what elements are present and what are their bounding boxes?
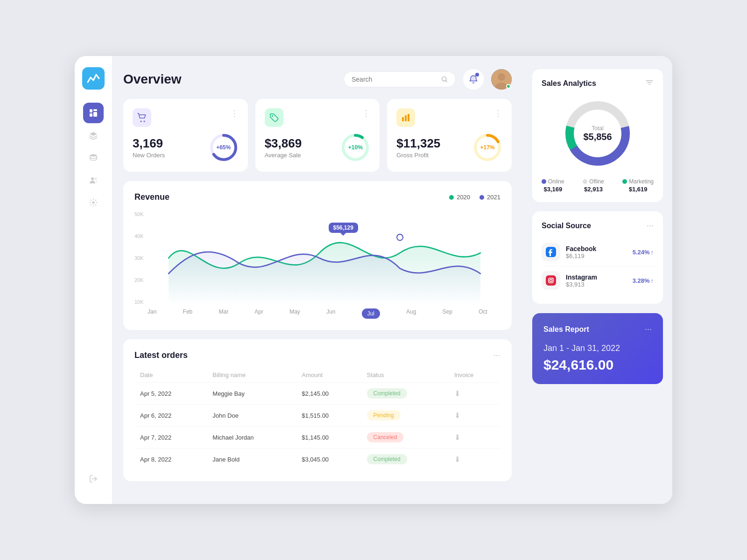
- new-orders-value: 3,169: [133, 136, 165, 151]
- table-row: Apr 6, 2022 John Doe $1,515.00 Pending ⬇: [134, 405, 500, 427]
- sidebar-item-layers[interactable]: [83, 125, 104, 146]
- stat-menu-avg-sale[interactable]: ⋮: [362, 108, 370, 119]
- donut-center: Total $5,856: [583, 125, 612, 142]
- stat-card-gross-profit: ⋮ $11,325 Gross Profit +17%: [387, 99, 512, 172]
- svg-rect-1: [90, 109, 92, 112]
- orders-menu[interactable]: ···: [493, 350, 500, 360]
- instagram-stat: 3.28% ↑: [633, 277, 654, 284]
- instagram-name: Instagram: [566, 273, 627, 281]
- search-bar[interactable]: [344, 71, 456, 87]
- stat-menu-gross-profit[interactable]: ⋮: [494, 108, 502, 119]
- orders-card: Latest orders ··· Date Billing name Amou…: [123, 339, 512, 481]
- stat-card-new-orders: ⋮ 3,169 New Orders +65%: [123, 99, 248, 172]
- stat-menu-new-orders[interactable]: ⋮: [230, 108, 239, 119]
- facebook-amount: $6,119: [566, 252, 627, 259]
- legend-2020: 2020: [449, 194, 470, 201]
- order-invoice[interactable]: ⬇: [449, 405, 500, 427]
- x-label-aug: Aug: [406, 308, 416, 319]
- cart-icon: [133, 108, 151, 127]
- social-source-title: Social Source: [542, 222, 591, 230]
- sidebar-logout[interactable]: [89, 474, 98, 493]
- order-invoice[interactable]: ⬇: [449, 383, 500, 405]
- table-row: Apr 7, 2022 Michael Jordan $1,145.00 Can…: [134, 427, 500, 448]
- col-date: Date: [134, 368, 207, 383]
- x-label-jan: Jan: [148, 308, 156, 319]
- legend-2021: 2021: [479, 194, 500, 201]
- header: Overview: [123, 69, 512, 90]
- search-icon: [441, 76, 448, 83]
- new-orders-percent: +65%: [216, 144, 231, 151]
- donut-total-label: Total: [583, 125, 612, 132]
- order-date: Apr 5, 2022: [134, 383, 207, 405]
- order-status: Completed: [361, 448, 449, 470]
- social-source-menu[interactable]: ···: [647, 221, 654, 231]
- svg-rect-0: [82, 67, 105, 90]
- sales-report-card: Sales Report ··· Jan 1 - Jan 31, 2022 $2…: [532, 313, 663, 384]
- order-invoice[interactable]: ⬇: [449, 448, 500, 470]
- svg-point-6: [91, 177, 94, 180]
- sidebar-item-dashboard[interactable]: [83, 103, 104, 123]
- online-badge: [506, 84, 511, 89]
- sales-analytics-filter[interactable]: [645, 78, 654, 89]
- revenue-chart-title: Revenue: [134, 192, 169, 202]
- svg-rect-21: [405, 115, 407, 121]
- gross-profit-value: $11,325: [396, 136, 440, 151]
- facebook-icon: [542, 243, 560, 261]
- sales-analytics-title: Sales Analytics: [542, 79, 596, 88]
- revenue-chart-card: Revenue 2020 2021 50K 40K 30K: [123, 181, 512, 330]
- notification-button[interactable]: [463, 69, 484, 90]
- x-label-jul[interactable]: Jul: [362, 308, 380, 319]
- orders-title: Latest orders: [134, 350, 188, 360]
- user-avatar[interactable]: [491, 69, 512, 90]
- sidebar-nav: [83, 103, 104, 470]
- order-status: Pending: [361, 405, 449, 427]
- sidebar-item-settings[interactable]: [83, 192, 104, 213]
- svg-rect-3: [93, 109, 97, 111]
- order-amount: $2,145.00: [296, 383, 361, 405]
- status-badge: Pending: [367, 410, 401, 420]
- col-status: Status: [361, 368, 449, 383]
- status-badge: Canceled: [367, 432, 404, 442]
- svg-point-33: [553, 278, 554, 279]
- donut-chart-area: Total $5,856: [542, 96, 654, 171]
- sidebar: [75, 56, 112, 504]
- gross-profit-label: Gross Profit: [396, 152, 440, 159]
- col-amount: Amount: [296, 368, 361, 383]
- chart-tooltip: $56,129: [329, 223, 358, 233]
- sidebar-item-users[interactable]: [83, 170, 104, 190]
- order-amount: $1,145.00: [296, 427, 361, 448]
- status-badge: Completed: [367, 388, 407, 399]
- order-invoice[interactable]: ⬇: [449, 427, 500, 448]
- notification-badge: [475, 73, 479, 77]
- svg-point-13: [141, 121, 142, 122]
- order-name: John Doe: [207, 405, 296, 427]
- sales-report-date: Jan 1 - Jan 31, 2022: [543, 343, 652, 353]
- svg-rect-22: [408, 114, 409, 121]
- sales-report-menu[interactable]: ···: [645, 324, 652, 334]
- table-row: Apr 8, 2022 Jane Bold $3,045.00 Complete…: [134, 448, 500, 470]
- donut-total-value: $5,856: [583, 132, 612, 142]
- avg-sale-percent: +10%: [348, 144, 363, 151]
- donut-legend: Online $3,169 Ofline $2,913 Marketing: [542, 178, 654, 193]
- x-label-oct: Oct: [479, 308, 487, 319]
- x-label-apr: Apr: [254, 308, 263, 319]
- facebook-stat: 5.24% ↑: [633, 249, 654, 256]
- search-input[interactable]: [352, 76, 437, 83]
- tag-icon: [265, 108, 283, 127]
- order-amount: $3,045.00: [296, 448, 361, 470]
- social-item-facebook: Facebook $6,119 5.24% ↑: [542, 238, 654, 266]
- chart-x-labels: Jan Feb Mar Apr May Jun Jul Aug Sep Oct: [134, 308, 500, 319]
- order-name: Michael Jordan: [207, 427, 296, 448]
- x-label-may: May: [289, 308, 300, 319]
- sales-report-title: Sales Report: [543, 325, 589, 334]
- right-panel: Sales Analytics Total: [523, 56, 672, 504]
- avg-sale-circle: +10%: [340, 133, 370, 162]
- legend-dot-2021: [479, 195, 484, 200]
- svg-point-17: [272, 115, 273, 117]
- col-billing: Billing name: [207, 368, 296, 383]
- instagram-icon: [542, 271, 560, 290]
- sidebar-item-database[interactable]: [83, 147, 104, 168]
- svg-point-11: [498, 73, 505, 81]
- col-invoice: Invoice: [449, 368, 500, 383]
- new-orders-label: New Orders: [133, 152, 165, 159]
